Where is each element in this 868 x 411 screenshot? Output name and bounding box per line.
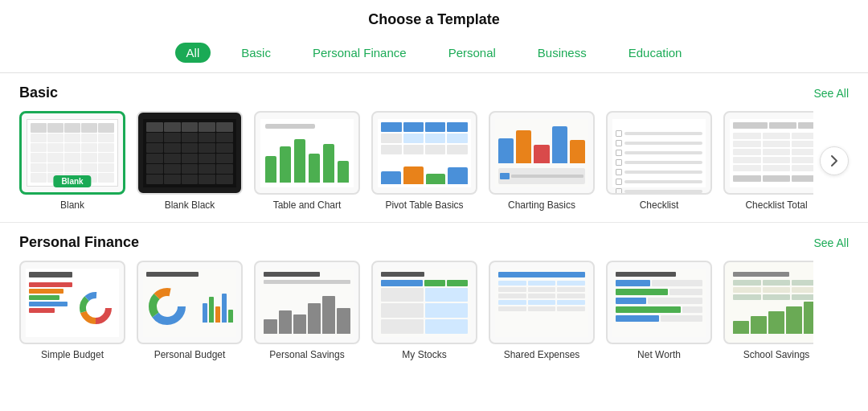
dark-grid bbox=[143, 119, 235, 187]
blank-badge: Blank bbox=[53, 175, 91, 187]
personal-finance-title: Personal Finance bbox=[19, 234, 139, 251]
template-personal-budget-thumb bbox=[137, 261, 243, 344]
charting-thumb bbox=[495, 119, 588, 187]
donut-chart-icon-2 bbox=[148, 287, 186, 326]
template-charting-basics[interactable]: Charting Basics bbox=[489, 111, 595, 211]
template-my-stocks[interactable]: My Stocks bbox=[371, 261, 477, 360]
template-checklist-label: Checklist bbox=[640, 199, 679, 211]
template-pivot-thumb bbox=[371, 111, 477, 195]
category-tabs: All Basic Personal Finance Personal Busi… bbox=[0, 36, 868, 73]
template-school-savings-thumb bbox=[723, 261, 813, 344]
personal-savings-thumb bbox=[260, 269, 353, 337]
tab-personal-finance[interactable]: Personal Finance bbox=[301, 43, 418, 63]
template-personal-savings-label: Personal Savings bbox=[269, 349, 344, 360]
template-simple-budget-thumb bbox=[19, 261, 125, 344]
template-blank-black-thumb bbox=[137, 111, 243, 195]
template-blank-black-label: Blank Black bbox=[165, 199, 215, 211]
school-savings-thumb bbox=[730, 269, 813, 337]
chevron-right-icon bbox=[828, 154, 841, 167]
template-school-savings[interactable]: School Savings bbox=[723, 261, 813, 360]
shared-expenses-thumb bbox=[495, 269, 588, 337]
template-blank-label: Blank bbox=[60, 199, 84, 211]
personal-finance-see-all[interactable]: See All bbox=[813, 236, 849, 249]
net-worth-thumb bbox=[612, 269, 705, 337]
template-checklist-total-thumb bbox=[723, 111, 813, 195]
template-net-worth-label: Net Worth bbox=[637, 349, 681, 360]
basic-section-title: Basic bbox=[19, 84, 58, 101]
template-personal-savings-thumb bbox=[254, 261, 360, 344]
tab-all[interactable]: All bbox=[175, 43, 211, 63]
template-blank[interactable]: Blank Blank bbox=[19, 111, 125, 211]
basic-section: Basic See All bbox=[0, 73, 868, 219]
template-charting-label: Charting Basics bbox=[508, 199, 575, 211]
personal-finance-scroll: Simple Budget bbox=[19, 261, 813, 360]
basic-templates-scroll: Blank Blank Blank Black bbox=[19, 111, 813, 211]
bar-chart-thumb bbox=[260, 119, 353, 187]
basic-section-header: Basic See All bbox=[19, 84, 849, 101]
template-school-savings-label: School Savings bbox=[743, 349, 810, 360]
checklist-total-thumb bbox=[730, 119, 813, 187]
template-simple-budget[interactable]: Simple Budget bbox=[19, 261, 125, 360]
template-net-worth-thumb bbox=[606, 261, 712, 344]
template-personal-budget[interactable]: Personal Budget bbox=[137, 261, 243, 360]
template-checklist-total[interactable]: Checklist Total bbox=[723, 111, 813, 211]
template-checklist-total-label: Checklist Total bbox=[745, 199, 807, 211]
template-charting-thumb bbox=[489, 111, 595, 195]
tab-basic[interactable]: Basic bbox=[230, 43, 282, 63]
my-stocks-thumb bbox=[378, 269, 470, 337]
personal-finance-templates-row: Simple Budget bbox=[19, 261, 849, 360]
tab-business[interactable]: Business bbox=[526, 43, 598, 63]
tab-education[interactable]: Education bbox=[617, 43, 694, 63]
simple-budget-thumb bbox=[26, 269, 118, 337]
template-my-stocks-label: My Stocks bbox=[402, 349, 446, 360]
template-shared-expenses-label: Shared Expenses bbox=[504, 349, 580, 360]
template-net-worth[interactable]: Net Worth bbox=[606, 261, 712, 360]
template-shared-expenses[interactable]: Shared Expenses bbox=[489, 261, 595, 360]
template-simple-budget-label: Simple Budget bbox=[41, 349, 104, 360]
template-shared-expenses-thumb bbox=[489, 261, 595, 344]
donut-chart-icon bbox=[78, 290, 113, 326]
personal-finance-section: Personal Finance See All bbox=[0, 223, 868, 368]
template-pivot-table-basics[interactable]: Pivot Table Basics bbox=[371, 111, 477, 211]
basic-see-all[interactable]: See All bbox=[813, 87, 849, 100]
template-table-and-chart-thumb bbox=[254, 111, 360, 195]
personal-finance-header: Personal Finance See All bbox=[19, 234, 849, 251]
tab-personal[interactable]: Personal bbox=[437, 43, 507, 63]
template-my-stocks-thumb bbox=[371, 261, 477, 344]
template-blank-thumb: Blank bbox=[19, 111, 125, 195]
page-header: Choose a Template bbox=[0, 0, 868, 36]
checklist-thumb bbox=[612, 119, 705, 187]
template-table-and-chart[interactable]: Table and Chart bbox=[254, 111, 360, 211]
template-personal-savings[interactable]: Personal Savings bbox=[254, 261, 360, 360]
personal-budget-thumb bbox=[143, 269, 235, 337]
template-blank-black[interactable]: Blank Black bbox=[137, 111, 243, 211]
template-table-and-chart-label: Table and Chart bbox=[273, 199, 342, 211]
template-personal-budget-label: Personal Budget bbox=[154, 349, 226, 360]
template-checklist-thumb bbox=[606, 111, 712, 195]
template-checklist[interactable]: Checklist bbox=[606, 111, 712, 211]
basic-templates-row: Blank Blank Blank Black bbox=[19, 111, 849, 211]
pivot-thumb bbox=[378, 119, 470, 187]
page-title: Choose a Template bbox=[0, 11, 868, 28]
basic-next-arrow[interactable] bbox=[820, 146, 849, 175]
template-pivot-label: Pivot Table Basics bbox=[385, 199, 463, 211]
